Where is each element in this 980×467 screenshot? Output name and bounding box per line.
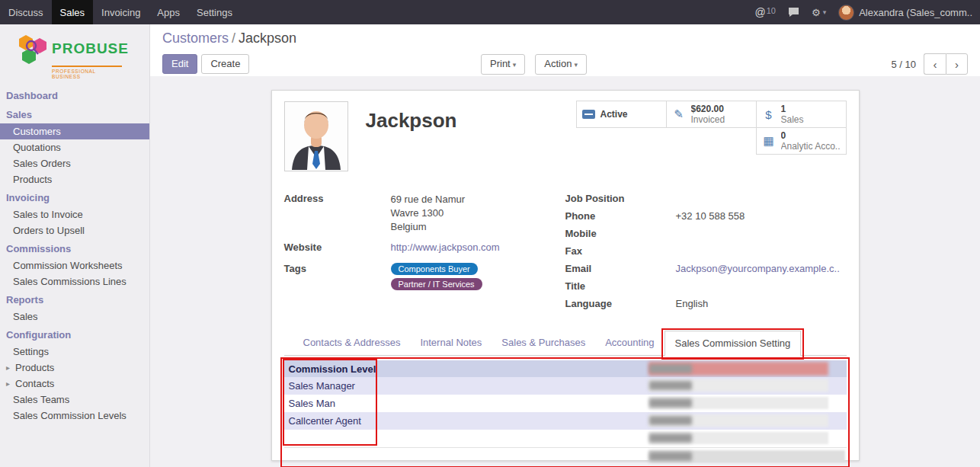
field-grid: Address 69 rue de Namur Wavre 1300 Belgi… bbox=[284, 193, 847, 315]
title-label: Title bbox=[565, 280, 676, 296]
pager: 5 / 10 ‹› bbox=[891, 53, 968, 75]
table-row[interactable]: Sales Manager bbox=[284, 377, 847, 395]
menu-invoicing[interactable]: Invoicing bbox=[93, 0, 149, 24]
breadcrumb-customers-link[interactable]: Customers bbox=[162, 30, 229, 46]
sidebar-item-reports-sales[interactable]: Sales bbox=[0, 309, 149, 325]
logo-title: PROBUSE bbox=[52, 40, 129, 57]
stat-buttons: Active ✎ $620.00 Invoiced $ 1 Sales bbox=[575, 101, 847, 155]
sidebar-item-customers[interactable]: Customers bbox=[0, 123, 149, 139]
table-header-row: Commission Level bbox=[284, 360, 847, 377]
sidebar-section-commissions[interactable]: Commissions bbox=[0, 238, 149, 257]
pager-previous-button[interactable]: ‹ bbox=[924, 53, 946, 75]
phone-value: +32 10 588 558 bbox=[676, 210, 745, 226]
website-label: Website bbox=[284, 241, 391, 257]
control-panel: Customers/Jackpson Edit Create Print▾ Ac… bbox=[150, 24, 980, 76]
sidebar-item-label: Sales Commissions Lines bbox=[13, 277, 127, 286]
phone-field: Phone +32 10 588 558 bbox=[565, 210, 847, 226]
language-field: Language English bbox=[565, 298, 847, 313]
phone-label: Phone bbox=[565, 210, 676, 226]
tag-partner-it-services: Partner / IT Services bbox=[391, 278, 482, 290]
menu-settings[interactable]: Settings bbox=[188, 0, 241, 24]
print-dropdown-button[interactable]: Print▾ bbox=[481, 54, 525, 75]
sidebar-item-sales-to-invoice[interactable]: Sales to Invoice bbox=[0, 206, 149, 222]
language-label: Language bbox=[565, 298, 676, 313]
sidebar: PROBUSE PROFESSIONAL BUSINESS Dashboard … bbox=[0, 24, 150, 467]
stat-label: Sales bbox=[781, 114, 804, 125]
commission-level-cell: Sales Manager bbox=[284, 380, 376, 392]
sidebar-section-configuration[interactable]: Configuration bbox=[0, 325, 149, 344]
action-buttons-group: Print▾ Action▾ bbox=[481, 54, 587, 75]
email-label: Email bbox=[565, 263, 676, 278]
email-link[interactable]: Jackpson@yourcompany.example.c.. bbox=[676, 263, 840, 278]
sidebar-item-products[interactable]: Products bbox=[0, 171, 149, 187]
pager-count: 5 / 10 bbox=[891, 59, 916, 70]
tab-accounting[interactable]: Accounting bbox=[595, 331, 664, 355]
breadcrumb: Customers/Jackpson bbox=[162, 30, 968, 46]
tab-contacts-addresses[interactable]: Contacts & Addresses bbox=[293, 331, 411, 355]
dollar-icon: $ bbox=[762, 108, 776, 121]
action-dropdown-button[interactable]: Action▾ bbox=[535, 54, 587, 75]
fax-label: Fax bbox=[565, 245, 676, 261]
messages-button[interactable] bbox=[788, 7, 799, 18]
sidebar-section-sales[interactable]: Sales bbox=[0, 104, 149, 123]
sidebar-item-dashboard[interactable]: Dashboard bbox=[0, 85, 149, 104]
address-line: Wavre 1300 bbox=[391, 206, 466, 220]
invoiced-stat-button[interactable]: ✎ $620.00 Invoiced bbox=[666, 101, 757, 128]
table-row[interactable]: Callcenter Agent bbox=[284, 412, 847, 430]
sidebar-item-config-products[interactable]: ▸ Products bbox=[0, 360, 149, 376]
commission-level-cell: Sales Man bbox=[284, 398, 376, 409]
settings-menu-button[interactable]: ⚙ ▾ bbox=[812, 7, 826, 18]
active-toggle-icon bbox=[582, 110, 595, 119]
sidebar-item-orders-to-upsell[interactable]: Orders to Upsell bbox=[0, 222, 149, 238]
sidebar-item-label: Sales Teams bbox=[13, 395, 69, 405]
edit-button[interactable]: Edit bbox=[162, 54, 197, 74]
sidebar-item-label: Commission Worksheets bbox=[13, 261, 123, 270]
redacted-data bbox=[649, 433, 692, 443]
website-field: Website http://www.jackpson.com bbox=[284, 241, 565, 257]
expand-arrow-icon: ▸ bbox=[6, 379, 12, 389]
chevron-down-icon: ▾ bbox=[513, 61, 517, 69]
sidebar-item-commission-worksheets[interactable]: Commission Worksheets bbox=[0, 257, 149, 273]
address-line: Belgium bbox=[391, 220, 466, 234]
stat-label: Invoiced bbox=[691, 114, 725, 125]
website-link[interactable]: http://www.jackpson.com bbox=[391, 241, 500, 257]
pager-next-button[interactable]: › bbox=[946, 53, 968, 75]
menu-sales[interactable]: Sales bbox=[52, 0, 94, 24]
sidebar-section-reports[interactable]: Reports bbox=[0, 289, 149, 309]
active-stat-button[interactable]: Active bbox=[576, 101, 667, 128]
redacted-data bbox=[649, 381, 692, 390]
sidebar-item-sales-teams[interactable]: Sales Teams bbox=[0, 392, 149, 408]
tab-sales-commission-setting[interactable]: Sales Commission Setting bbox=[665, 331, 802, 356]
mentions-button[interactable]: @ 10 bbox=[755, 6, 776, 18]
menu-discuss[interactable]: Discuss bbox=[0, 0, 52, 24]
sidebar-section-invoicing[interactable]: Invoicing bbox=[0, 187, 149, 206]
sidebar-item-label: Products bbox=[13, 174, 52, 184]
sidebar-item-sales-commissions-lines[interactable]: Sales Commissions Lines bbox=[0, 273, 149, 289]
topbar-right: @ 10 ⚙ ▾ Alexandra (Sales_comm.. bbox=[755, 0, 980, 24]
user-menu[interactable]: Alexandra (Sales_comm.. bbox=[838, 5, 972, 21]
redacted-data bbox=[649, 364, 692, 373]
sidebar-item-settings[interactable]: Settings bbox=[0, 344, 149, 360]
user-avatar bbox=[838, 5, 854, 21]
tab-internal-notes[interactable]: Internal Notes bbox=[410, 331, 492, 355]
fax-field: Fax bbox=[565, 245, 847, 261]
top-navbar: Discuss Sales Invoicing Apps Settings @ … bbox=[0, 0, 980, 24]
redacted-data bbox=[649, 398, 692, 408]
sidebar-item-quotations[interactable]: Quotations bbox=[0, 139, 149, 155]
sidebar-item-sales-commission-levels[interactable]: Sales Commission Levels bbox=[0, 408, 149, 424]
sidebar-item-label: Contacts bbox=[15, 379, 54, 389]
table-row-empty[interactable] bbox=[284, 447, 847, 465]
table-row-empty[interactable] bbox=[284, 430, 847, 447]
sidebar-item-sales-orders[interactable]: Sales Orders bbox=[0, 155, 149, 171]
create-button[interactable]: Create bbox=[201, 54, 249, 74]
menu-apps[interactable]: Apps bbox=[149, 0, 188, 24]
redacted-data bbox=[649, 416, 692, 425]
sidebar-item-config-contacts[interactable]: ▸ Contacts bbox=[0, 376, 149, 392]
sales-stat-button[interactable]: $ 1 Sales bbox=[756, 101, 847, 128]
customer-photo-image bbox=[286, 103, 347, 170]
analytic-stat-button[interactable]: ▦ 0 Analytic Acco... bbox=[756, 127, 847, 155]
language-value: English bbox=[676, 298, 709, 313]
stat-label: Active bbox=[600, 109, 628, 120]
table-row[interactable]: Sales Man bbox=[284, 395, 847, 412]
tab-sales-purchases[interactable]: Sales & Purchases bbox=[492, 331, 595, 355]
